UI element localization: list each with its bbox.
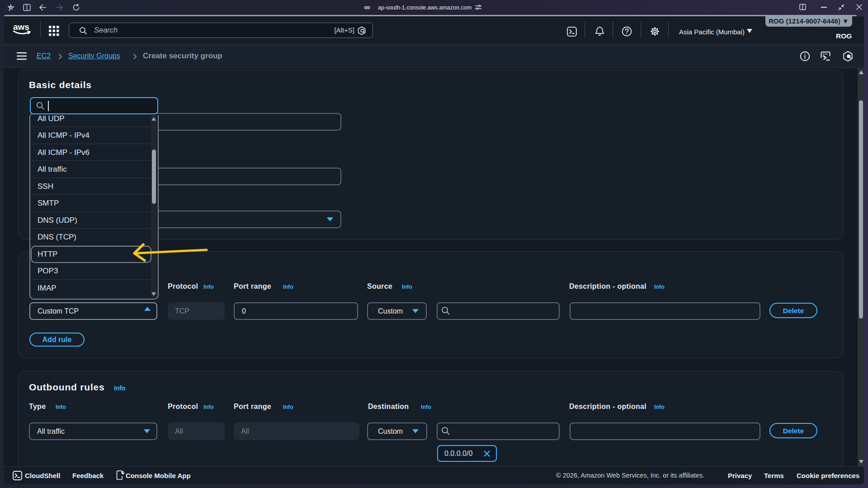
svg-text:aws: aws xyxy=(13,23,29,32)
